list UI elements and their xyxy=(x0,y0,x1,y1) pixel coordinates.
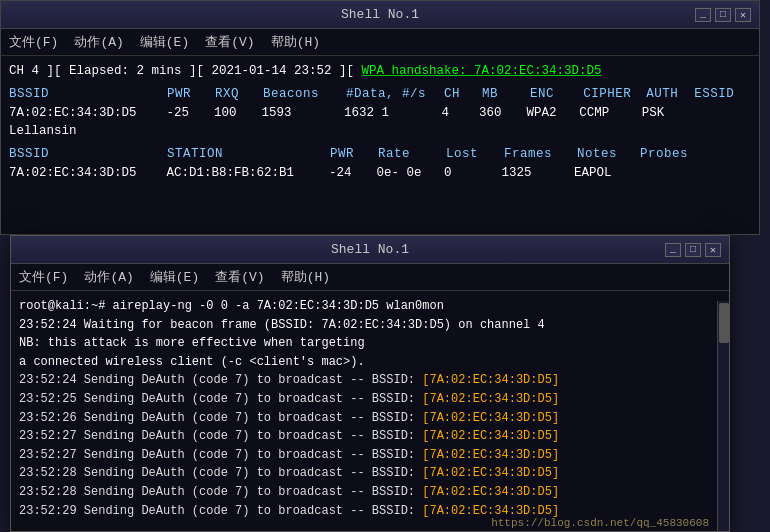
fg-menu-help[interactable]: 帮助(H) xyxy=(281,268,330,286)
fg-menu-view[interactable]: 查看(V) xyxy=(215,268,264,286)
watermark: https://blog.csdn.net/qq_45830608 xyxy=(491,517,709,529)
shell-bg-title: Shell No.1 xyxy=(341,7,419,22)
deauth-line: 23:52:25 Sending DeAuth (code 7) to broa… xyxy=(19,390,715,409)
menu-file[interactable]: 文件(F) xyxy=(9,33,58,51)
minimize-btn[interactable]: _ xyxy=(695,8,711,22)
data-row-1: 7A:02:EC:34:3D:D5 -25 100 1593 1632 1 4 … xyxy=(9,104,751,142)
nb-line2: a connected wireless client (-c <client'… xyxy=(19,353,715,372)
shell-bg-titlebar: Shell No.1 _ □ ✕ xyxy=(1,1,759,29)
menu-view[interactable]: 查看(V) xyxy=(205,33,254,51)
shell-fg-titlebar: Shell No.1 _ □ ✕ xyxy=(11,236,729,264)
header-row-2: BSSID STATION PWR Rate Lost Frames Notes… xyxy=(9,145,751,164)
deauth-lines-container: 23:52:24 Sending DeAuth (code 7) to broa… xyxy=(19,371,715,521)
scrollbar[interactable] xyxy=(717,301,729,531)
fg-menu-edit[interactable]: 编辑(E) xyxy=(150,268,199,286)
shell-fg-controls[interactable]: _ □ ✕ xyxy=(665,243,721,257)
shell-fg-title: Shell No.1 xyxy=(331,242,409,257)
shell-fg-content: root@kali:~# aireplay-ng -0 0 -a 7A:02:E… xyxy=(11,291,729,521)
deauth-line: 23:52:28 Sending DeAuth (code 7) to broa… xyxy=(19,483,715,502)
deauth-line: 23:52:28 Sending DeAuth (code 7) to broa… xyxy=(19,464,715,483)
menu-edit[interactable]: 编辑(E) xyxy=(140,33,189,51)
shell-bg-controls[interactable]: _ □ ✕ xyxy=(695,8,751,22)
fg-maximize-btn[interactable]: □ xyxy=(685,243,701,257)
deauth-line: 23:52:27 Sending DeAuth (code 7) to broa… xyxy=(19,446,715,465)
shell-bg-menubar: 文件(F) 动作(A) 编辑(E) 查看(V) 帮助(H) xyxy=(1,29,759,56)
maximize-btn[interactable]: □ xyxy=(715,8,731,22)
deauth-line: 23:52:24 Sending DeAuth (code 7) to broa… xyxy=(19,371,715,390)
fg-close-btn[interactable]: ✕ xyxy=(705,243,721,257)
waiting-line: 23:52:24 Waiting for beacon frame (BSSID… xyxy=(19,316,715,335)
menu-help[interactable]: 帮助(H) xyxy=(271,33,320,51)
scrollbar-thumb[interactable] xyxy=(719,303,729,343)
shell-fg-menubar: 文件(F) 动作(A) 编辑(E) 查看(V) 帮助(H) xyxy=(11,264,729,291)
menu-action[interactable]: 动作(A) xyxy=(74,33,123,51)
command-line: root@kali:~# aireplay-ng -0 0 -a 7A:02:E… xyxy=(19,297,715,316)
fg-menu-file[interactable]: 文件(F) xyxy=(19,268,68,286)
fg-minimize-btn[interactable]: _ xyxy=(665,243,681,257)
fg-menu-action[interactable]: 动作(A) xyxy=(84,268,133,286)
close-btn[interactable]: ✕ xyxy=(735,8,751,22)
header-row-1: BSSID PWR RXQ Beacons #Data, #/s CH MB E… xyxy=(9,85,751,104)
shell-bg-content: CH 4 ][ Elapsed: 2 mins ][ 2021-01-14 23… xyxy=(1,56,759,189)
deauth-line: 23:52:26 Sending DeAuth (code 7) to broa… xyxy=(19,409,715,428)
deauth-line: 23:52:27 Sending DeAuth (code 7) to broa… xyxy=(19,427,715,446)
data-row-2: 7A:02:EC:34:3D:D5 AC:D1:B8:FB:62:B1 -24 … xyxy=(9,164,751,183)
nb-line1: NB: this attack is more effective when t… xyxy=(19,334,715,353)
shell-background-window: Shell No.1 _ □ ✕ 文件(F) 动作(A) 编辑(E) 查看(V)… xyxy=(0,0,760,235)
shell-foreground-window: Shell No.1 _ □ ✕ 文件(F) 动作(A) 编辑(E) 查看(V)… xyxy=(10,235,730,532)
ch-line: CH 4 ][ Elapsed: 2 mins ][ 2021-01-14 23… xyxy=(9,62,751,81)
